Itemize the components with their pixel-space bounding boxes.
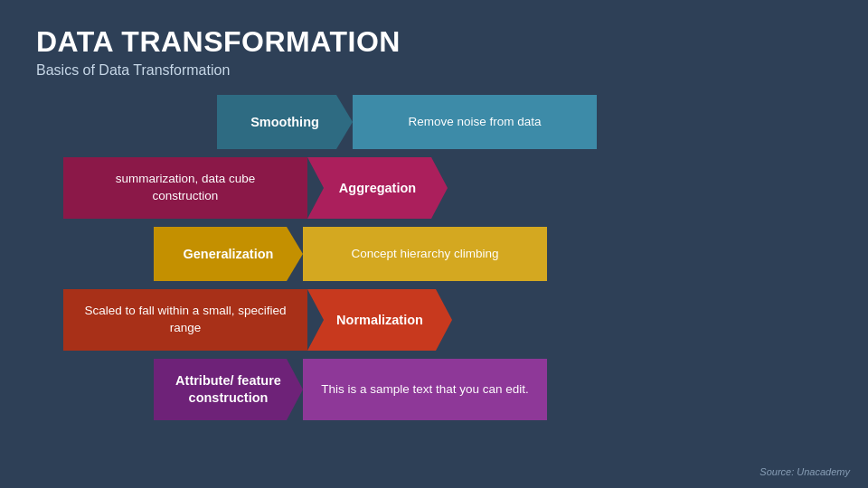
label-normalization: Normalization: [307, 289, 452, 351]
desc-smoothing: Remove noise from data: [353, 95, 597, 149]
row-normalization: Scaled to fall within a small, specified…: [36, 289, 832, 351]
row-attribute-construction: Attribute/ feature constructionThis is a…: [36, 359, 832, 420]
source-text: Source: Unacademy: [760, 466, 850, 477]
desc-attribute-construction: This is a sample text that you can edit.: [303, 359, 547, 420]
desc-normalization: Scaled to fall within a small, specified…: [63, 289, 307, 351]
spacer: [36, 227, 154, 281]
label-attribute-construction: Attribute/ feature construction: [154, 359, 303, 420]
label-aggregation: Aggregation: [307, 157, 448, 219]
label-generalization: Generalization: [154, 227, 303, 281]
spacer: [36, 289, 63, 351]
row-smoothing: SmoothingRemove noise from data: [36, 95, 832, 149]
desc-generalization: Concept hierarchy climbing: [303, 227, 547, 281]
spacer: [36, 359, 154, 420]
slide: DATA TRANSFORMATION Basics of Data Trans…: [0, 0, 868, 488]
spacer: [36, 95, 217, 149]
label-smoothing: Smoothing: [217, 95, 353, 149]
main-title: DATA TRANSFORMATION: [36, 25, 832, 59]
diagram: SmoothingRemove noise from datasummariza…: [36, 95, 832, 420]
row-generalization: GeneralizationConcept hierarchy climbing: [36, 227, 832, 281]
subtitle: Basics of Data Transformation: [36, 62, 832, 79]
row-aggregation: summarization, data cube constructionAgg…: [36, 157, 832, 219]
desc-aggregation: summarization, data cube construction: [63, 157, 307, 219]
spacer: [36, 157, 63, 219]
